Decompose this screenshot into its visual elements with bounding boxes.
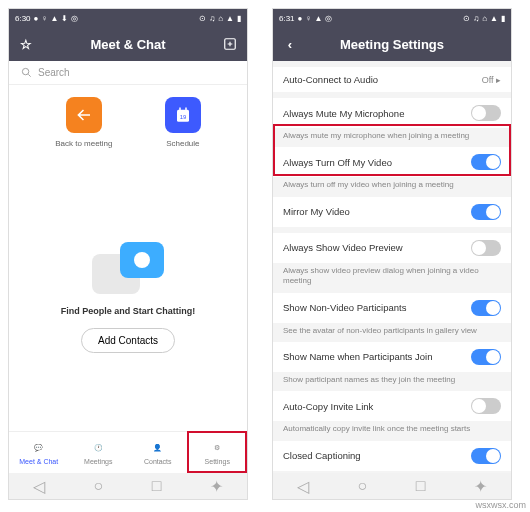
nav-back-icon[interactable]: ◁ xyxy=(297,477,309,496)
row-mirror-video[interactable]: Mirror My Video xyxy=(273,197,511,227)
row-mute-microphone[interactable]: Always Mute My Microphone xyxy=(273,98,511,128)
row-show-name-join[interactable]: Show Name when Participants Join xyxy=(273,342,511,372)
chat-illustration xyxy=(92,242,164,294)
tab-meet-chat[interactable]: 💬Meet & Chat xyxy=(9,432,69,473)
row-show-video-preview[interactable]: Always Show Video Preview xyxy=(273,233,511,263)
nav-home-icon[interactable]: ○ xyxy=(358,477,368,495)
svg-rect-3 xyxy=(179,108,181,111)
header-title: Meet & Chat xyxy=(90,37,165,52)
sub-non-video-participants: See the avatar of non-video participants… xyxy=(273,323,511,342)
status-bar: 6:31●♀▲◎ ⊙♫⌂▲▮ xyxy=(273,9,511,27)
clock-icon: 🕐 xyxy=(90,440,106,456)
nav-extra-icon[interactable]: ✦ xyxy=(474,477,487,496)
value-auto-connect: Off ▸ xyxy=(482,75,501,85)
compose-icon[interactable] xyxy=(221,35,239,53)
toggle-turn-off-video[interactable] xyxy=(471,154,501,170)
toggle-closed-captioning[interactable] xyxy=(471,448,501,464)
svg-rect-4 xyxy=(185,108,187,111)
quick-actions: Back to meeting 19 Schedule xyxy=(9,85,247,164)
row-non-video-participants[interactable]: Show Non-Video Participants xyxy=(273,293,511,323)
search-placeholder: Search xyxy=(38,67,70,78)
watermark: wsxwsx.com xyxy=(475,500,526,510)
android-navbar: ◁ ○ □ ✦ xyxy=(273,473,511,499)
toggle-non-video-participants[interactable] xyxy=(471,300,501,316)
nav-home-icon[interactable]: ○ xyxy=(94,477,104,495)
sub-show-video-preview: Always show video preview dialog when jo… xyxy=(273,263,511,293)
search-input[interactable]: Search xyxy=(9,61,247,85)
nav-back-icon[interactable]: ◁ xyxy=(33,477,45,496)
phone-meeting-settings: 6:31●♀▲◎ ⊙♫⌂▲▮ ‹ Meeting Settings Auto-C… xyxy=(272,8,512,500)
android-navbar: ◁ ○ □ ✦ xyxy=(9,473,247,499)
contacts-icon: 👤 xyxy=(150,440,166,456)
back-to-meeting-button[interactable]: Back to meeting xyxy=(55,97,112,148)
settings-list[interactable]: Auto-Connect to Audio Off ▸ Always Mute … xyxy=(273,61,511,473)
empty-title: Find People and Start Chatting! xyxy=(61,306,196,316)
gear-icon: ⚙ xyxy=(209,440,225,456)
status-time: 6:30 xyxy=(15,14,31,23)
status-bar: 6:30●♀▲⬇◎ ⊙♫⌂▲▮ xyxy=(9,9,247,27)
header: ☆ Meet & Chat xyxy=(9,27,247,61)
empty-state: Find People and Start Chatting! Add Cont… xyxy=(9,164,247,431)
header-title: Meeting Settings xyxy=(340,37,444,52)
row-auto-copy-link[interactable]: Auto-Copy Invite Link xyxy=(273,391,511,421)
toggle-auto-copy-link[interactable] xyxy=(471,398,501,414)
svg-point-1 xyxy=(22,68,28,74)
sub-show-name-join: Show participant names as they join the … xyxy=(273,372,511,391)
nav-recent-icon[interactable]: □ xyxy=(416,477,426,495)
search-icon xyxy=(21,67,32,78)
row-auto-connect-audio[interactable]: Auto-Connect to Audio Off ▸ xyxy=(273,67,511,92)
chat-icon: 💬 xyxy=(31,440,47,456)
tab-bar: 💬Meet & Chat 🕐Meetings 👤Contacts ⚙Settin… xyxy=(9,431,247,473)
tab-meetings[interactable]: 🕐Meetings xyxy=(69,432,129,473)
toggle-mute-microphone[interactable] xyxy=(471,105,501,121)
toggle-show-video-preview[interactable] xyxy=(471,240,501,256)
back-arrow-icon xyxy=(66,97,102,133)
sub-mute-microphone: Always mute my microphone when joining a… xyxy=(273,128,511,147)
back-icon[interactable]: ‹ xyxy=(281,35,299,53)
action-label: Schedule xyxy=(166,139,199,148)
tab-settings[interactable]: ⚙Settings xyxy=(188,432,248,473)
header: ‹ Meeting Settings xyxy=(273,27,511,61)
status-time: 6:31 xyxy=(279,14,295,23)
row-turn-off-video[interactable]: Always Turn Off My Video xyxy=(273,147,511,177)
svg-text:19: 19 xyxy=(180,114,187,120)
action-label: Back to meeting xyxy=(55,139,112,148)
phone-meet-chat: 6:30●♀▲⬇◎ ⊙♫⌂▲▮ ☆ Meet & Chat Search Bac… xyxy=(8,8,248,500)
toggle-mirror-video[interactable] xyxy=(471,204,501,220)
sub-turn-off-video: Always turn off my video when joining a … xyxy=(273,177,511,196)
sub-auto-copy-link: Automatically copy invite link once the … xyxy=(273,421,511,440)
calendar-icon: 19 xyxy=(165,97,201,133)
favorite-icon[interactable]: ☆ xyxy=(17,35,35,53)
toggle-show-name-join[interactable] xyxy=(471,349,501,365)
nav-recent-icon[interactable]: □ xyxy=(152,477,162,495)
tab-contacts[interactable]: 👤Contacts xyxy=(128,432,188,473)
schedule-button[interactable]: 19 Schedule xyxy=(165,97,201,148)
row-closed-captioning[interactable]: Closed Captioning xyxy=(273,441,511,471)
nav-extra-icon[interactable]: ✦ xyxy=(210,477,223,496)
add-contacts-button[interactable]: Add Contacts xyxy=(81,328,175,353)
